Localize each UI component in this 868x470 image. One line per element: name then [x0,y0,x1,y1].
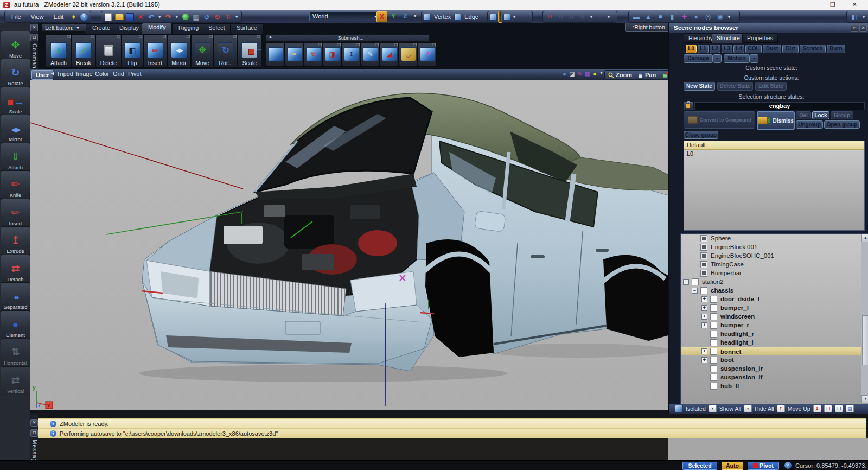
motion-chevron-icon[interactable]: ▾ [750,54,758,63]
new-file-icon[interactable] [104,12,113,22]
tree-scrollbar[interactable]: ▲ ▼ [861,234,868,403]
tool-rotate[interactable]: ↻ Rot... [214,34,238,68]
scroll-down-icon[interactable]: ▼ [861,395,868,403]
lock-button[interactable]: Lock [812,111,829,119]
delete-icon[interactable] [136,12,145,22]
expand-expander-icon[interactable] [701,314,707,320]
snap-vertex-icon[interactable] [556,12,566,22]
lod-col-button[interactable]: COL [745,45,762,53]
tree-item-stalion2[interactable]: stalion2 [681,277,868,286]
submesh-path-button[interactable]: ↗ [418,42,437,66]
tab-structure[interactable]: Structure [712,33,745,43]
tree-item-bumperbar[interactable]: Bumperbar [681,269,868,277]
state-row-default[interactable]: Default [684,141,864,150]
snap-edge-icon[interactable] [567,12,577,22]
checkbox[interactable] [710,304,717,312]
delete-state-button[interactable]: Delete State [717,82,753,91]
commands-pin-icon[interactable]: ⊡ [30,34,38,41]
tree-item-headlight-l[interactable]: headlight_l [681,338,868,347]
tool-mirror[interactable]: ◀▶ Mirror [167,34,191,68]
lod-burn-button[interactable]: Burn [827,45,845,53]
message-row[interactable]: i ZModeler is ready. [38,418,866,428]
uv-mode-icon[interactable] [503,14,510,21]
isolated-button[interactable]: Isolated [686,405,706,412]
save-file-icon[interactable] [125,12,135,22]
checkbox[interactable] [700,252,707,259]
close-button[interactable]: ✕ [847,1,861,9]
help-icon[interactable]: ? [79,12,88,22]
sidebar-tool-detach[interactable]: Detach [1,255,30,283]
lod-scratch-button[interactable]: Scratch [800,45,826,53]
open-group-button[interactable]: Open group [824,120,860,129]
tree-item-engineblocsohc001[interactable]: EngineBlocSOHC_001 [681,251,868,260]
tab-select[interactable]: Select [202,23,232,34]
checkbox[interactable] [710,383,717,390]
tool-insert[interactable]: ✏ Insert [143,34,167,68]
submesh-weld-button[interactable]: ◡ [399,42,418,66]
pan-button[interactable]: Pan [634,70,660,80]
close-group-button[interactable]: Close group [684,131,718,139]
grid-toggle-icon[interactable] [191,12,201,22]
group-button[interactable]: Group [831,111,853,119]
checkbox[interactable] [692,278,699,285]
move-up-button[interactable]: Move Up [788,405,810,412]
collapse-expander-icon[interactable] [692,288,698,294]
damage-chevron-icon[interactable]: ▾ [713,54,722,63]
snap-grid-icon[interactable] [595,12,605,22]
polygon-mode-icon[interactable] [490,14,497,21]
submesh-flip-button[interactable]: ◢ [380,42,399,66]
create-cube-icon[interactable]: ■ [655,13,666,21]
copy-node-icon[interactable]: ❐ [835,405,843,412]
shading-icon[interactable]: ● [561,71,568,77]
panel-pin-icon[interactable]: ⊡ [851,24,858,32]
create-plane-icon[interactable]: ▬ [631,13,642,21]
expand-expander-icon[interactable] [701,322,707,328]
primitives-overflow-icon[interactable]: ▾ [726,15,732,20]
tab-modify[interactable]: Modify [142,23,172,34]
sidebar-tool-insert[interactable]: Insert [1,199,30,227]
export-node-icon[interactable]: ❐ [824,405,832,412]
viewport-menu-color[interactable]: Color [95,71,109,77]
checkbox[interactable] [710,357,717,364]
tree-item-headlight-r[interactable]: headlight_r [681,329,868,338]
axis-overflow-icon[interactable]: ▾ [412,14,418,18]
collapse-icon[interactable]: ▲ [269,35,272,39]
viewport-menu-tripod[interactable]: Tripod [56,71,73,77]
sidebar-tool-separated[interactable]: Separated [1,282,30,311]
expand-expander-icon[interactable] [701,357,707,363]
hide-all-button[interactable]: Hide All [755,405,774,412]
tool-attach[interactable]: ⇓ Attach [46,34,72,68]
view-tool-icon[interactable]: ◧ [849,13,860,21]
fileops-overflow-icon[interactable]: ▾ [234,15,239,20]
view-overflow-icon[interactable]: ▾ [861,15,866,20]
checkbox[interactable] [710,365,717,372]
tree-item-suspension-lr[interactable]: suspension_lr [681,364,868,373]
state-row-l0[interactable]: L0 [684,150,864,158]
lod-dirt-button[interactable]: Dirt [782,45,799,53]
lock-state-icon[interactable] [684,102,693,110]
submesh-group-header[interactable]: ▲ Submesh... [266,34,430,42]
viewport-menu-pivot[interactable]: Pivot [128,71,141,77]
material-icon[interactable] [181,12,190,22]
tool-move[interactable]: ✥ Move [191,34,214,68]
open-file-icon[interactable] [114,12,124,22]
checkbox[interactable] [700,261,707,268]
panel-header[interactable]: Scene nodes browser ⊡ ✕ [669,23,868,33]
new-state-button[interactable]: New State [684,82,715,91]
lod-l2-button[interactable]: L2 [710,45,720,53]
sidebar-tool-move[interactable]: Move [1,31,30,60]
sidebar-tool-vertical[interactable]: Vertical [1,366,30,395]
messaging-close-icon[interactable]: ✕ [30,419,38,427]
create-cone-icon[interactable]: ▲ [643,13,654,21]
checkbox[interactable] [710,322,717,329]
selected-mode-button[interactable]: Selected [682,462,717,470]
tab-properties[interactable]: Properties [742,33,778,43]
create-torus-icon[interactable]: ◎ [703,13,713,21]
menu-edit[interactable]: Edit [49,14,68,20]
tab-display[interactable]: Display [113,23,145,34]
tool-scale[interactable]: Scale [238,34,261,68]
checkbox[interactable] [710,313,717,320]
undo-icon[interactable] [202,12,212,22]
tree-item-bumper-f[interactable]: bumper_f [681,303,868,312]
import-dropdown-icon[interactable]: ▾ [157,15,162,20]
